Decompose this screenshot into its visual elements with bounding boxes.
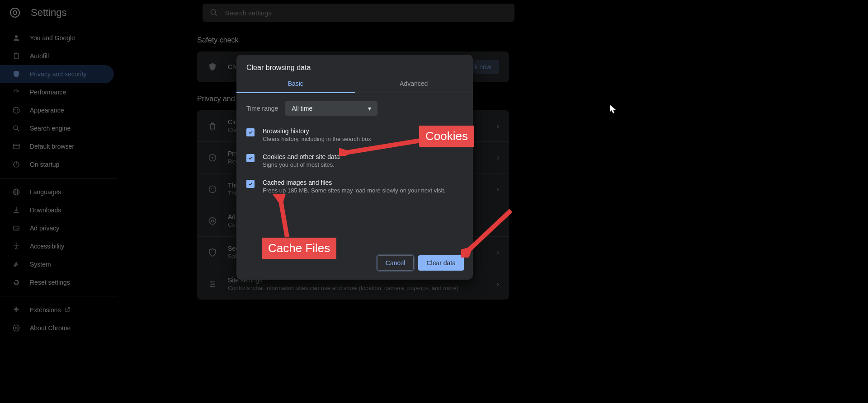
sidebar-label: Privacy and security — [30, 70, 86, 78]
sidebar-item-about[interactable]: About Chrome — [0, 319, 114, 337]
external-link-icon — [64, 306, 71, 314]
svg-point-25 — [15, 327, 18, 329]
divider — [0, 296, 118, 296]
svg-point-36 — [211, 281, 212, 282]
sidebar-item-autofill[interactable]: Autofill — [0, 47, 114, 65]
svg-point-28 — [211, 188, 212, 189]
svg-point-0 — [10, 8, 19, 17]
svg-point-24 — [13, 325, 19, 331]
row-subtitle: Controls what information sites can use … — [228, 285, 497, 291]
sidebar-item-default-browser[interactable]: Default browser — [0, 137, 114, 155]
sidebar-item-reset[interactable]: Reset settings — [0, 273, 114, 291]
chrome-icon — [12, 323, 21, 333]
shield-icon — [12, 70, 21, 79]
svg-point-31 — [209, 217, 216, 224]
option-subtitle: Signs you out of most sites. — [263, 161, 340, 168]
tab-basic[interactable]: Basic — [236, 74, 355, 93]
checkbox-cached[interactable] — [246, 180, 255, 188]
sidebar-item-downloads[interactable]: Downloads — [0, 201, 114, 219]
safety-check-heading: Safety check — [197, 36, 514, 44]
search-icon — [210, 9, 218, 17]
sidebar-item-extensions[interactable]: Extensions — [0, 301, 114, 319]
sidebar-label: You and Google — [30, 34, 75, 42]
browser-icon — [12, 142, 21, 151]
sidebar-label: Ad privacy — [30, 225, 59, 232]
cookie-icon — [207, 185, 218, 194]
sidebar-label: Autofill — [30, 52, 49, 60]
svg-point-9 — [14, 109, 15, 110]
svg-point-11 — [17, 110, 18, 111]
svg-point-27 — [209, 186, 216, 192]
sidebar-item-ad-privacy[interactable]: Ad Ad privacy — [0, 219, 114, 237]
sidebar-label: Extensions — [30, 306, 61, 314]
svg-point-23 — [16, 243, 17, 244]
page-title: Settings — [31, 7, 67, 19]
compass-icon — [207, 153, 218, 162]
ad-icon: Ad — [12, 224, 21, 233]
sidebar-label: Performance — [30, 89, 66, 96]
chrome-logo-icon — [9, 7, 21, 19]
app-header: Settings — [0, 0, 868, 25]
time-range-label: Time range — [246, 105, 278, 112]
option-title: Browsing history — [263, 127, 371, 135]
clipboard-icon — [12, 52, 21, 61]
sidebar-item-privacy-security[interactable]: Privacy and security — [0, 65, 114, 83]
speed-icon — [12, 88, 21, 97]
svg-line-7 — [16, 91, 18, 92]
svg-point-37 — [213, 283, 214, 285]
sidebar-label: Search engine — [30, 125, 71, 132]
sidebar-label: System — [30, 261, 51, 268]
sidebar-item-system[interactable]: System — [0, 255, 114, 273]
sidebar-item-appearance[interactable]: Appearance — [0, 101, 114, 119]
option-subtitle: Frees up 185 MB. Some sites may load mor… — [263, 187, 446, 194]
svg-rect-6 — [15, 53, 18, 54]
svg-point-4 — [15, 35, 18, 38]
sidebar-label: Reset settings — [30, 279, 70, 286]
svg-point-12 — [14, 126, 18, 130]
svg-line-39 — [343, 141, 420, 153]
annotation-arrow-cookies — [339, 138, 425, 156]
dialog-title: Clear browsing data — [236, 55, 473, 74]
settings-search[interactable] — [203, 4, 514, 22]
time-range-select[interactable]: All time ▾ — [285, 101, 377, 116]
download-icon — [12, 206, 21, 215]
svg-line-3 — [215, 14, 217, 16]
sidebar-item-accessibility[interactable]: Accessibility — [0, 237, 114, 255]
shield-row-icon — [207, 248, 218, 257]
sidebar-item-performance[interactable]: Performance — [0, 83, 114, 101]
sidebar-label: Downloads — [30, 206, 61, 214]
annotation-arrow-clear-data — [461, 208, 515, 258]
checkbox-browsing-history[interactable] — [246, 128, 255, 136]
svg-line-41 — [467, 211, 511, 252]
svg-point-38 — [211, 286, 212, 287]
tab-advanced[interactable]: Advanced — [355, 74, 473, 93]
option-title: Cookies and other site data — [263, 153, 340, 160]
checkbox-cookies[interactable] — [246, 154, 255, 162]
svg-text:Ad: Ad — [14, 227, 18, 230]
sidebar-label: Appearance — [30, 107, 64, 114]
sliders-icon — [207, 280, 218, 289]
divider — [0, 178, 118, 178]
dialog-tabs: Basic Advanced — [236, 74, 473, 93]
svg-line-13 — [17, 129, 19, 131]
globe-icon — [12, 187, 21, 197]
clear-data-button[interactable]: Clear data — [418, 255, 464, 271]
puzzle-icon — [12, 305, 21, 314]
reset-icon — [12, 278, 21, 287]
sidebar-item-on-startup[interactable]: On startup — [0, 155, 114, 173]
option-title: Cached images and files — [263, 179, 446, 186]
chevron-right-icon: › — [497, 154, 499, 162]
sidebar-label: Default browser — [30, 143, 74, 150]
search-input[interactable] — [225, 9, 507, 17]
sidebar-item-search-engine[interactable]: Search engine — [0, 119, 114, 137]
chevron-right-icon: › — [497, 280, 499, 288]
sidebar-item-you-and-google[interactable]: You and Google — [0, 29, 114, 47]
sidebar-label: Accessibility — [30, 243, 64, 250]
dropdown-arrow-icon: ▾ — [368, 105, 371, 112]
svg-point-2 — [211, 9, 216, 14]
sidebar-item-languages[interactable]: Languages — [0, 183, 114, 201]
power-icon — [12, 160, 21, 169]
svg-point-10 — [17, 109, 18, 110]
cancel-button[interactable]: Cancel — [377, 255, 414, 271]
svg-line-40 — [280, 198, 287, 237]
